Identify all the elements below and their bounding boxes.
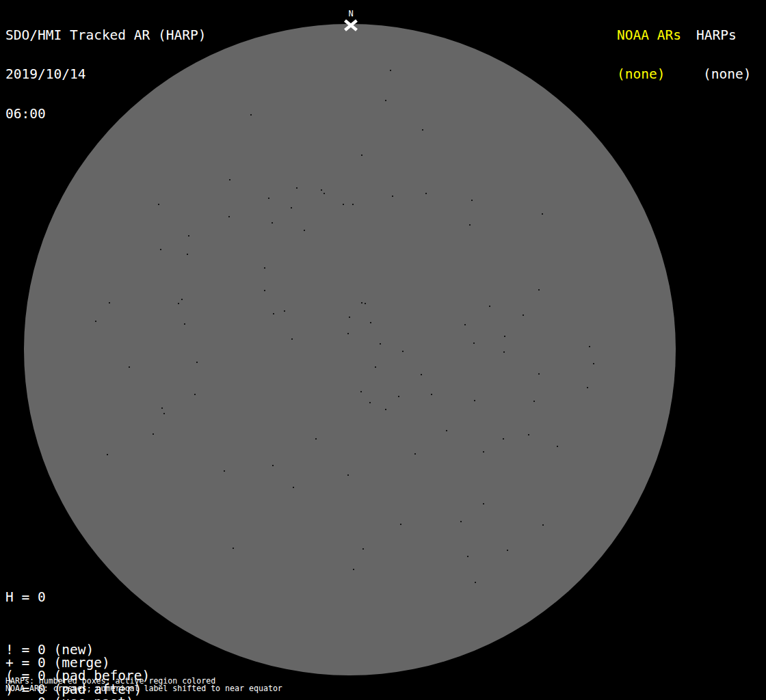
sunspot-speck bbox=[503, 438, 504, 440]
sunspot-speck bbox=[272, 465, 274, 466]
harps-label: HARPs bbox=[696, 29, 751, 42]
sunspot-speck bbox=[107, 454, 108, 455]
sunspot-speck bbox=[160, 249, 161, 250]
sunspot-speck bbox=[557, 446, 558, 447]
noaa-ars-counter: NOAA ARs (none) bbox=[617, 2, 681, 107]
sunspot-speck bbox=[196, 362, 198, 363]
sunspot-speck bbox=[400, 524, 401, 525]
sunspot-speck bbox=[446, 430, 447, 431]
noaa-ars-value: (none) bbox=[617, 68, 681, 81]
sunspot-speck bbox=[593, 363, 594, 364]
sunspot-speck bbox=[163, 413, 165, 414]
sunspot-speck bbox=[95, 321, 96, 322]
sunspot-speck bbox=[464, 324, 466, 325]
sunspot-speck bbox=[503, 351, 505, 353]
sunspot-speck bbox=[469, 224, 471, 226]
sunspot-speck bbox=[347, 333, 349, 334]
sunspot-speck bbox=[425, 193, 427, 194]
harp-count-line: H = 0 bbox=[5, 591, 158, 604]
sunspot-speck bbox=[422, 129, 423, 131]
sunspot-speck bbox=[589, 346, 590, 347]
sunspot-speck bbox=[402, 351, 404, 352]
sunspot-speck bbox=[471, 200, 473, 201]
sunspot-speck bbox=[460, 521, 462, 522]
date-label: 2019/10/14 bbox=[5, 68, 207, 81]
sunspot-speck bbox=[538, 373, 540, 375]
sunspot-speck bbox=[129, 366, 130, 368]
sunspot-speck bbox=[304, 230, 305, 231]
sunspot-speck bbox=[323, 193, 325, 194]
sunspot-speck bbox=[349, 317, 350, 318]
sunspot-speck bbox=[414, 453, 416, 455]
sunspot-speck bbox=[385, 409, 386, 410]
sunspot-speck bbox=[467, 556, 468, 557]
sunspot-speck bbox=[362, 548, 364, 550]
page-title: SDO/HMI Tracked AR (HARP) bbox=[5, 29, 207, 42]
sunspot-speck bbox=[504, 336, 505, 337]
sunspot-speck bbox=[353, 569, 354, 570]
sunspot-speck bbox=[224, 470, 225, 472]
sunspot-speck bbox=[483, 503, 484, 504]
sunspot-speck bbox=[361, 154, 362, 156]
sunspot-speck bbox=[315, 438, 317, 440]
sunspot-speck bbox=[268, 198, 269, 199]
sunspot-speck bbox=[528, 434, 529, 435]
sunspot-speck bbox=[538, 289, 540, 291]
sunspot-speck bbox=[229, 179, 230, 180]
noaa-ars-label: NOAA ARs bbox=[617, 29, 681, 42]
sunspot-speck bbox=[392, 196, 393, 197]
sunspot-speck bbox=[375, 366, 376, 368]
sunspot-speck bbox=[542, 213, 543, 215]
title-block: SDO/HMI Tracked AR (HARP) 2019/10/14 06:… bbox=[5, 2, 207, 147]
time-label: 06:00 bbox=[5, 107, 207, 120]
sunspot-speck bbox=[291, 207, 292, 208]
footnote-line: NOAA ARs: crosses; numerical label shift… bbox=[5, 685, 282, 692]
sunspot-speck bbox=[158, 204, 159, 205]
sunspot-speck bbox=[390, 70, 391, 71]
harps-value: (none) bbox=[696, 68, 751, 81]
sunspot-speck bbox=[398, 396, 399, 397]
sunspot-speck bbox=[184, 323, 185, 325]
sunspot-speck bbox=[228, 216, 230, 217]
north-label: N bbox=[344, 10, 358, 18]
sunspot-speck bbox=[542, 524, 544, 526]
sunspot-speck bbox=[188, 235, 189, 237]
sunspot-speck bbox=[369, 402, 371, 403]
sunspot-speck bbox=[473, 342, 475, 344]
north-pole-cross-icon bbox=[343, 19, 358, 31]
sunspot-speck bbox=[385, 100, 386, 101]
sunspot-speck bbox=[153, 433, 154, 435]
sunspot-speck bbox=[587, 387, 588, 388]
sunspot-speck bbox=[272, 222, 273, 224]
sunspot-speck bbox=[293, 487, 294, 488]
sunspot-speck bbox=[365, 303, 366, 304]
sunspot-speck bbox=[194, 394, 196, 395]
sunspot-speck bbox=[352, 204, 354, 205]
sunspot-speck bbox=[523, 314, 524, 316]
sunspot-speck bbox=[284, 310, 285, 312]
sunspot-speck bbox=[343, 204, 344, 205]
sunspot-speck bbox=[360, 391, 362, 392]
sunspot-speck bbox=[181, 299, 183, 300]
sunspot-speck bbox=[109, 302, 110, 304]
sunspot-speck bbox=[250, 114, 252, 116]
sunspot-speck bbox=[291, 338, 293, 340]
sunspot-speck bbox=[474, 400, 475, 401]
sunspot-speck bbox=[361, 302, 362, 304]
footnote-block: HARPs: numbered boxes; active region col… bbox=[5, 677, 282, 693]
sunspot-speck bbox=[233, 548, 234, 549]
sunspot-speck bbox=[161, 407, 163, 409]
sunspot-speck bbox=[321, 189, 322, 191]
sunspot-speck bbox=[273, 313, 274, 314]
sunspot-speck bbox=[370, 322, 371, 323]
sunspot-speck bbox=[296, 187, 298, 189]
harps-counter: HARPs (none) bbox=[696, 2, 751, 107]
sunspot-speck bbox=[421, 374, 422, 375]
harp-visualization: SDO/HMI Tracked AR (HARP) 2019/10/14 06:… bbox=[0, 0, 766, 700]
sunspot-speck bbox=[489, 306, 490, 307]
sunspot-speck bbox=[475, 582, 476, 583]
sunspot-speck bbox=[347, 474, 349, 476]
sunspot-speck bbox=[178, 303, 179, 304]
sunspot-speck bbox=[431, 394, 432, 395]
sunspot-speck bbox=[483, 451, 484, 453]
